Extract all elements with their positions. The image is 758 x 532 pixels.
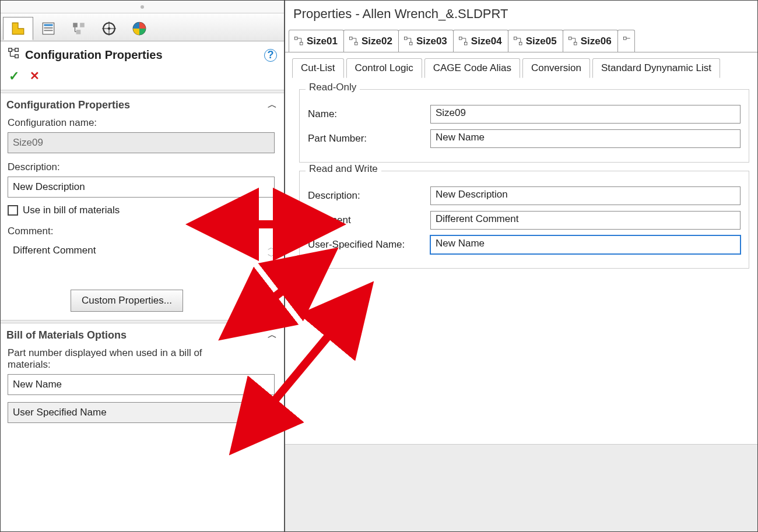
svg-rect-1	[44, 24, 52, 26]
tab-dimxpert[interactable]	[94, 17, 124, 40]
partnumber-label: Part Number:	[308, 133, 430, 145]
panel-tab-bar	[1, 13, 284, 41]
description-label-r: Description:	[308, 190, 430, 202]
dialog-footer	[285, 444, 757, 531]
readonly-group: Read-Only Name: Size09 Part Number: New …	[299, 89, 749, 163]
comment-scroll[interactable]: ︿﹀	[268, 244, 275, 260]
subtab-cage-code[interactable]: CAGE Code Alias	[424, 58, 520, 78]
svg-rect-37	[519, 42, 522, 45]
svg-rect-40	[568, 37, 571, 40]
config-tree-icon	[8, 47, 20, 63]
comment-input[interactable]: Different Comment ︿﹀	[8, 241, 277, 281]
svg-rect-24	[349, 37, 352, 40]
comment-label-r: Comment	[308, 214, 430, 226]
svg-rect-41	[574, 42, 577, 45]
svg-rect-44	[623, 37, 626, 40]
section-bom-options: Bill of Materials Options	[6, 329, 127, 341]
config-name-input[interactable]: Size09	[8, 132, 275, 153]
svg-rect-36	[514, 37, 517, 40]
subtab-dynamic-list[interactable]: Standard Dynynamic List	[592, 58, 720, 78]
custom-properties-button[interactable]: Custom Properties...	[71, 290, 183, 312]
subtab-conversion[interactable]: Conversion	[522, 58, 590, 78]
comment-label: Comment:	[1, 222, 284, 239]
property-header: Configuration Properties ?	[1, 41, 284, 66]
tab-size02[interactable]: Size02	[343, 30, 399, 52]
svg-rect-32	[459, 37, 462, 40]
svg-rect-2	[44, 27, 52, 29]
user-specified-name-input[interactable]: New Name	[430, 235, 741, 254]
subtab-cutlist[interactable]: Cut-List	[292, 58, 344, 78]
tab-size01[interactable]: Size01	[289, 30, 344, 52]
comment-input-r[interactable]: Different Comment	[430, 211, 741, 230]
svg-rect-14	[9, 48, 12, 52]
name-label: Name:	[308, 108, 430, 120]
user-specified-name-label: User-Specified Name:	[308, 239, 430, 251]
tab-configuration-manager[interactable]	[64, 17, 94, 40]
svg-rect-3	[44, 30, 52, 31]
tab-feature-tree[interactable]	[3, 17, 33, 40]
use-bom-label: Use in bill of materials	[23, 205, 120, 216]
use-bom-checkbox[interactable]	[8, 205, 18, 216]
cancel-button[interactable]: ✕	[30, 69, 40, 84]
svg-rect-6	[76, 30, 81, 34]
bom-partnumber-input[interactable]: New Name	[8, 374, 275, 395]
bom-partnumber-label: Part number displayed when used in a bil…	[1, 344, 216, 373]
partnumber-value: New Name	[430, 129, 741, 148]
tab-appearances[interactable]	[124, 17, 155, 40]
section-config-properties: Configuration Properties	[6, 99, 130, 111]
help-icon[interactable]: ?	[264, 49, 277, 62]
tab-property-manager[interactable]	[33, 17, 64, 40]
property-title: Configuration Properties	[25, 48, 163, 62]
tab-size06[interactable]: Size06	[563, 30, 618, 52]
tab-size04[interactable]: Size04	[453, 30, 508, 52]
svg-rect-33	[464, 42, 467, 45]
bom-mode-select[interactable]: User Specified Name ﹀	[8, 402, 277, 423]
panel-grip[interactable]	[1, 1, 284, 13]
chevron-down-icon: ﹀	[262, 406, 272, 420]
tab-size03[interactable]: Size03	[398, 30, 454, 52]
svg-rect-28	[404, 37, 407, 40]
svg-rect-16	[15, 55, 19, 58]
collapse-icon[interactable]: ︿	[268, 329, 277, 341]
svg-rect-29	[409, 42, 412, 45]
description-input[interactable]: New Description	[8, 177, 275, 198]
property-subtabs: Cut-List Control Logic CAGE Code Alias C…	[285, 52, 757, 77]
svg-rect-25	[355, 42, 357, 45]
svg-rect-15	[15, 48, 19, 52]
config-tabs: Size01 Size02 Size03 Size04 Size05 Size0…	[285, 26, 757, 52]
subtab-control-logic[interactable]: Control Logic	[346, 58, 422, 78]
collapse-icon[interactable]: ︿	[268, 99, 277, 111]
svg-rect-20	[295, 37, 298, 40]
tab-more[interactable]	[617, 30, 635, 52]
description-input-r[interactable]: New Description	[430, 186, 741, 205]
svg-rect-21	[300, 42, 303, 45]
readwrite-group: Read and Write Description: New Descript…	[299, 171, 749, 269]
svg-rect-5	[80, 23, 85, 27]
ok-button[interactable]: ✓	[9, 69, 19, 84]
property-manager-panel: Configuration Properties ? ✓ ✕ Configura…	[1, 1, 285, 531]
svg-rect-4	[73, 23, 78, 27]
dialog-title: Properties - Allen Wrench_&.SLDPRT	[285, 1, 757, 26]
name-value: Size09	[430, 105, 741, 124]
config-name-label: Configuration name:	[1, 114, 284, 131]
description-label: Description:	[1, 158, 284, 175]
properties-dialog: Properties - Allen Wrench_&.SLDPRT Size0…	[285, 1, 757, 531]
tab-size05[interactable]: Size05	[508, 30, 563, 52]
